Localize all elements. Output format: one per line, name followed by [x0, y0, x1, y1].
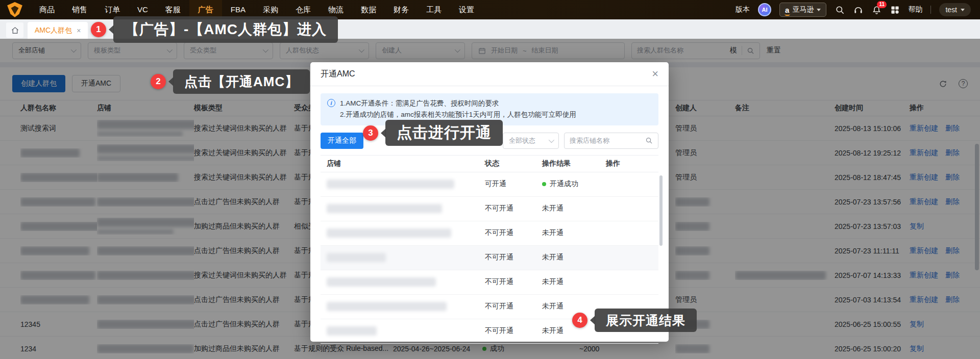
shop-search-input[interactable]: 搜索店铺名称: [564, 133, 658, 149]
nav-item-1[interactable]: 商品: [31, 0, 63, 19]
divider: [930, 6, 931, 14]
step-tooltip-3: 点击进行开通: [385, 120, 503, 146]
cell-shop: [327, 277, 485, 287]
cell-open-status: 不可开通: [485, 277, 542, 287]
version-link[interactable]: 版本: [736, 5, 750, 14]
help-link[interactable]: 帮助: [908, 5, 922, 14]
status-filter-placeholder: 全部状态: [509, 136, 549, 145]
redacted-text: [327, 228, 451, 238]
modal-table-row: 不可开通未开通: [321, 270, 658, 295]
modal-scrollbar-thumb[interactable]: [659, 175, 663, 246]
redacted-text: [327, 179, 454, 189]
cell-open-status: 不可开通: [485, 228, 542, 238]
cell-open-result: 未开通: [542, 253, 606, 262]
status-filter-select[interactable]: 全部状态: [503, 133, 559, 149]
cell-shop: [327, 204, 485, 213]
modal-table-header: 店铺状态操作结果操作: [321, 155, 658, 172]
nav-right: 版本 AI a 亚马逊 11 帮助 test: [736, 3, 980, 17]
screen: 商品销售订单VC客服广告FBA采购仓库物流数据财务工具设置 版本 AI a 亚马…: [0, 0, 980, 359]
cell-shop: [327, 179, 485, 189]
notice-line-1: 1.AMC开通条件：需满足广告花费、授权时间的要求: [340, 98, 576, 109]
nav-item-14[interactable]: 设置: [450, 0, 483, 19]
column-header: 操作结果: [542, 159, 606, 168]
cell-open-status: 不可开通: [485, 326, 542, 336]
cell-open-result: 未开通: [542, 228, 606, 238]
tab-label: AMC人群包: [35, 26, 72, 35]
nav-item-13[interactable]: 工具: [418, 0, 450, 19]
nav-item-11[interactable]: 数据: [352, 0, 385, 19]
notifications-bell-icon[interactable]: 11: [871, 5, 881, 15]
marketplace-selector[interactable]: a 亚马逊: [779, 3, 826, 17]
step-badge-2: 2: [151, 74, 166, 89]
step-badge-4: 4: [572, 313, 587, 328]
search-icon[interactable]: [645, 137, 653, 144]
home-tab-button[interactable]: [6, 22, 23, 38]
modal-table-row: 不可开通未开通: [321, 221, 658, 246]
user-menu[interactable]: test: [939, 3, 971, 16]
column-header: 店铺: [327, 159, 485, 168]
ai-assistant-button[interactable]: AI: [758, 3, 771, 16]
amazon-logo-icon: a: [785, 6, 789, 14]
chevron-down-icon: [549, 137, 554, 142]
shop-search-placeholder: 搜索店铺名称: [570, 136, 645, 145]
info-icon: i: [327, 99, 335, 107]
cell-shop: [327, 228, 485, 238]
cell-open-status: 可开通: [485, 179, 542, 189]
nav-item-12[interactable]: 财务: [385, 0, 418, 19]
notification-count-badge: 11: [877, 1, 887, 8]
step-tooltip-1: 【广告】-【AMC人群包】进入: [113, 16, 338, 43]
brand-logo-icon[interactable]: [6, 2, 23, 17]
step-tooltip-4: 展示开通结果: [595, 309, 697, 332]
redacted-text: [327, 302, 447, 311]
cell-open-status: 不可开通: [485, 302, 542, 311]
caret-down-icon: [961, 9, 965, 11]
cell-shop: [327, 253, 485, 262]
cell-open-status: 不可开通: [485, 253, 542, 262]
step-badge-1: 1: [91, 22, 106, 37]
redacted-text: [327, 277, 436, 287]
open-amc-modal: 开通AMC × i 1.AMC开通条件：需满足广告花费、授权时间的要求 2.开通…: [310, 62, 669, 342]
column-header: 操作: [606, 159, 652, 168]
headset-support-icon[interactable]: [853, 5, 863, 15]
redacted-text: [327, 253, 386, 262]
cell-open-result: 开通成功: [542, 179, 606, 189]
redacted-text: [327, 204, 442, 213]
cell-shop: [327, 302, 485, 311]
notice-line-2: 2.开通成功的店铺，amc报表相关功能预计1天内可用，人群包功能可立即使用: [340, 109, 576, 120]
marketplace-label: 亚马逊: [792, 5, 814, 14]
tab-close-icon[interactable]: ×: [77, 27, 81, 35]
cell-open-result: 未开通: [542, 204, 606, 213]
modal-table-row: 不可开通未开通: [321, 197, 658, 221]
modal-table-row: 可开通开通成功: [321, 172, 658, 197]
nav-item-2[interactable]: 销售: [63, 0, 96, 19]
caret-down-icon: [817, 9, 821, 11]
close-icon[interactable]: ×: [652, 68, 658, 80]
open-all-button[interactable]: 开通全部: [321, 133, 363, 149]
success-dot: [542, 182, 546, 186]
modal-title: 开通AMC: [321, 69, 355, 80]
column-header: 状态: [485, 159, 542, 168]
step-badge-3: 3: [363, 125, 378, 141]
step-tooltip-2: 点击【开通AMC】: [173, 69, 310, 94]
username: test: [945, 6, 957, 14]
modal-table-row: 不可开通未开通: [321, 246, 658, 270]
cell-open-status: 不可开通: [485, 204, 542, 213]
tab-amc-audience[interactable]: AMC人群包 ×: [28, 22, 88, 39]
search-icon[interactable]: [835, 5, 845, 15]
cell-open-result: 未开通: [542, 277, 606, 287]
apps-grid-icon[interactable]: [890, 5, 900, 15]
cell-shop: [327, 326, 485, 336]
redacted-text: [327, 326, 377, 336]
modal-header: 开通AMC ×: [310, 62, 669, 86]
modal-filters: 全部状态 搜索店铺名称: [503, 133, 658, 149]
